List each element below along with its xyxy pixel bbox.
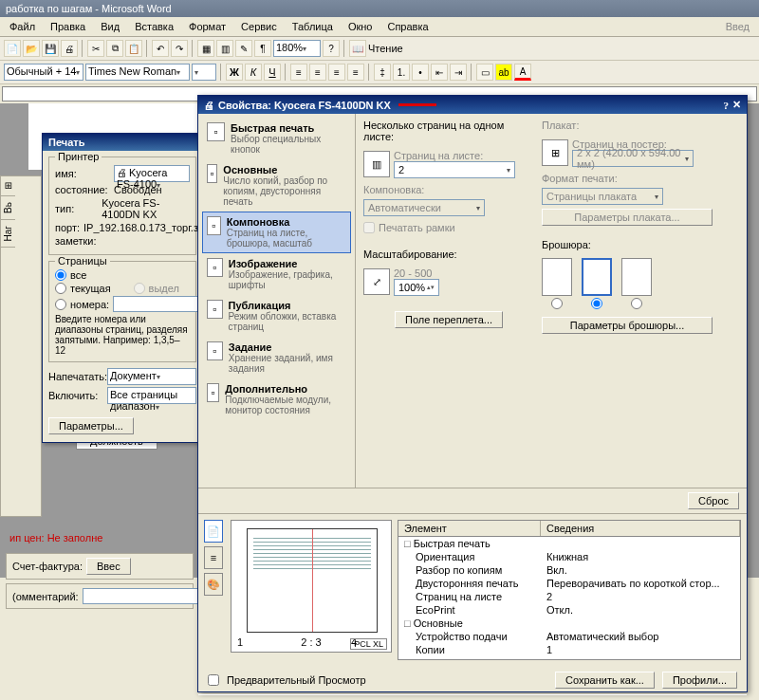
redo-icon[interactable]: ↷ [171, 40, 188, 57]
category-публикация[interactable]: ▫ПубликацияРежим обложки, вставка страни… [202, 295, 351, 337]
preview-tab-page[interactable]: 📄 [204, 520, 223, 543]
print-format-label: Формат печати: [542, 173, 713, 184]
align-center-icon[interactable]: ≡ [309, 64, 326, 81]
info-value: Откл. [541, 656, 740, 660]
open-icon[interactable]: 📂 [23, 40, 40, 57]
help-icon[interactable]: ? [323, 40, 340, 57]
category-основные[interactable]: ▫ОсновныеЧисло копий, разбор по копиям, … [202, 159, 351, 212]
word-titlebar: работка по шагам - Microsoft Word [0, 0, 759, 17]
pages-current-radio[interactable] [55, 283, 66, 294]
profiles-button[interactable]: Профили... [662, 672, 737, 689]
align-right-icon[interactable]: ≡ [328, 64, 345, 81]
booklet-radio-1[interactable] [551, 298, 563, 309]
italic-icon[interactable]: К [245, 64, 262, 81]
booklet-opt-2[interactable] [582, 258, 612, 296]
align-left-icon[interactable]: ≡ [290, 64, 307, 81]
style-select[interactable]: Обычный + 14 [4, 64, 83, 81]
pages-numbers-radio[interactable] [55, 299, 66, 310]
printer-fieldset: Принтер имя: 🖨Kyocera FS-4100 состояние:… [48, 157, 196, 255]
menu-tools[interactable]: Сервис [235, 19, 283, 34]
category-icon: ▫ [207, 300, 223, 319]
reset-button[interactable]: Сброс [688, 492, 739, 509]
close-icon[interactable]: ✕ [732, 99, 741, 111]
print-icon[interactable]: 🖨 [61, 40, 78, 57]
category-компоновка[interactable]: ▫КомпоновкаСтраниц на листе, брошюра, ма… [202, 212, 351, 253]
menu-format[interactable]: Формат [183, 19, 231, 34]
printer-type-value: Kyocera FS-4100DN KX [102, 197, 190, 220]
font-select[interactable]: Times New Roman [85, 64, 190, 81]
info-header-value[interactable]: Сведения [541, 521, 740, 536]
drawing-icon[interactable]: ✎ [235, 40, 252, 57]
pages-per-sheet-select[interactable]: 2 [394, 161, 515, 178]
undo-icon[interactable]: ↶ [152, 40, 169, 57]
printer-type-label: тип: [55, 203, 98, 214]
borders-icon[interactable]: ▭ [476, 64, 493, 81]
scale-input[interactable]: 100% [394, 279, 439, 296]
table-icon[interactable]: ▦ [197, 40, 214, 57]
paste-icon[interactable]: 📋 [125, 40, 142, 57]
category-задание[interactable]: ▫ЗаданиеХранение заданий, имя задания [202, 337, 351, 378]
size-select[interactable] [192, 64, 216, 81]
save-icon[interactable]: 💾 [42, 40, 59, 57]
bullets-icon[interactable]: • [412, 64, 429, 81]
booklet-radio-2[interactable] [591, 298, 602, 309]
map-icon[interactable]: ¶ [254, 40, 271, 57]
info-value: Книжная [541, 550, 740, 563]
menu-window[interactable]: Окно [342, 19, 379, 34]
menu-table[interactable]: Таблица [287, 19, 339, 34]
underline-icon[interactable]: Ч [264, 64, 281, 81]
highlight-icon[interactable]: ab [495, 64, 512, 81]
booklet-params-button[interactable]: Параметры брошюры... [542, 317, 713, 334]
print-params-button[interactable]: Параметры... [48, 417, 134, 434]
info-header-element[interactable]: Элемент [398, 521, 541, 536]
cut-icon[interactable]: ✂ [87, 40, 104, 57]
side-tab-3[interactable]: Наг [1, 220, 15, 248]
binding-button[interactable]: Поле переплета... [395, 311, 503, 328]
menu-help[interactable]: Справка [381, 19, 434, 34]
info-table[interactable]: Элемент Сведения Быстрая печатьОриентаци… [398, 520, 741, 660]
font-color-icon[interactable]: A [514, 64, 531, 81]
indent-icon[interactable]: ⇥ [450, 64, 467, 81]
menu-edit[interactable]: Правка [45, 19, 91, 34]
include-select[interactable]: Все страницы диапазон [107, 387, 196, 404]
info-group[interactable]: Основные [398, 617, 541, 630]
help-button-icon[interactable]: ? [724, 100, 730, 111]
read-mode-icon[interactable]: 📖 [349, 40, 366, 57]
save-as-button[interactable]: Сохранить как... [555, 672, 655, 689]
booklet-opt-1[interactable] [542, 258, 572, 296]
new-doc-icon[interactable]: 📄 [4, 40, 21, 57]
printer-icon: 🖨 [204, 100, 214, 111]
print-what-select[interactable]: Документ [107, 368, 196, 385]
align-justify-icon[interactable]: ≡ [347, 64, 364, 81]
line-spacing-icon[interactable]: ‡ [374, 64, 391, 81]
booklet-radio-3[interactable] [631, 298, 642, 309]
preview-checkbox[interactable] [208, 674, 219, 686]
help-search-hint[interactable]: Введ [720, 19, 755, 34]
menu-file[interactable]: Файл [4, 19, 41, 34]
category-изображение[interactable]: ▫ИзображениеИзображение, графика, шрифты [202, 253, 351, 295]
copy-icon[interactable]: ⧉ [106, 40, 123, 57]
category-дополнительно[interactable]: ▫ДополнительноПодключаемые модули, монит… [202, 378, 351, 420]
category-быстрая-печать[interactable]: ▫Быстрая печатьВыбор специальных кнопок [202, 118, 351, 159]
menu-view[interactable]: Вид [95, 19, 125, 34]
printer-name-label: имя: [55, 168, 110, 179]
invoice-enter-button[interactable]: Ввес [86, 558, 131, 575]
printer-name-select[interactable]: 🖨Kyocera FS-4100 [114, 165, 190, 182]
menu-insert[interactable]: Вставка [129, 19, 179, 34]
read-label[interactable]: Чтение [368, 43, 403, 54]
bold-icon[interactable]: Ж [226, 64, 243, 81]
booklet-opt-3[interactable] [621, 258, 652, 296]
pages-all-radio[interactable] [55, 269, 66, 281]
columns-icon[interactable]: ▥ [216, 40, 233, 57]
zoom-select[interactable]: 180% [273, 40, 321, 57]
numbering-icon[interactable]: 1. [393, 64, 410, 81]
printer-notes-label: заметки: [55, 235, 110, 247]
word-menubar: Файл Правка Вид Вставка Формат Сервис Та… [0, 17, 759, 37]
outdent-icon[interactable]: ⇤ [431, 64, 448, 81]
side-tab-2[interactable]: Вь [1, 196, 15, 220]
info-group[interactable]: Быстрая печать [398, 537, 541, 550]
preview-tab-text[interactable]: ≡ [204, 546, 223, 569]
preview-tab-color[interactable]: 🎨 [204, 573, 223, 596]
side-tab-1[interactable]: ⊞ [1, 176, 15, 196]
poster-params-button: Параметры плаката... [542, 209, 713, 226]
